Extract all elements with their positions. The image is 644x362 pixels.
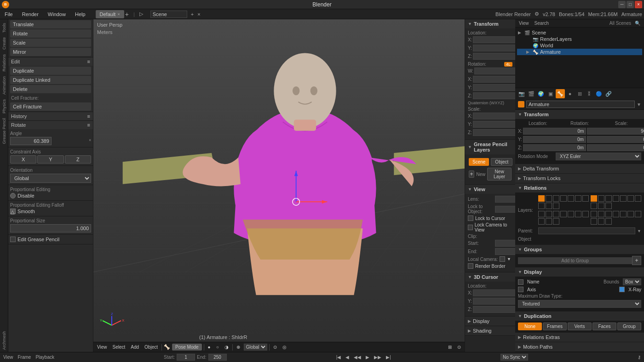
end-frame-input[interactable] bbox=[208, 354, 227, 361]
layer-r19[interactable] bbox=[598, 218, 604, 225]
parent-browse[interactable]: ▼ bbox=[637, 229, 641, 233]
loc-x-input[interactable] bbox=[473, 36, 515, 43]
render-props-icon[interactable]: 📷 bbox=[517, 89, 526, 98]
transform-header[interactable]: ▼ Transform bbox=[465, 19, 515, 28]
shading-collapsed-header[interactable]: ▶ Shading bbox=[465, 326, 515, 335]
relations-extras-header[interactable]: ▶ Relations Extras bbox=[515, 333, 644, 342]
rot-w-input[interactable] bbox=[474, 68, 515, 74]
arm-rot-y-input[interactable] bbox=[587, 136, 644, 143]
history-section-header[interactable]: History ≡ bbox=[8, 112, 93, 120]
cursor-x-input[interactable] bbox=[473, 289, 515, 296]
viewport-overlay-button[interactable]: ⊞ bbox=[446, 344, 454, 350]
dup-group-button[interactable]: Group bbox=[617, 322, 641, 330]
layer-9[interactable] bbox=[546, 203, 552, 209]
next-frame-button[interactable]: ▶▶ bbox=[373, 354, 383, 360]
viewport-shading-wire[interactable]: ○ bbox=[214, 344, 221, 350]
vert-tab-archmesh[interactable]: Archmesh bbox=[1, 329, 7, 352]
object-data-props-icon[interactable]: 🦴 bbox=[556, 89, 565, 98]
rot-y-input[interactable] bbox=[473, 84, 515, 91]
vert-tab-grease-pencil[interactable]: Grease Pencil bbox=[1, 116, 7, 146]
armature-item[interactable]: ▶ 🦴 Armature bbox=[517, 49, 642, 55]
display-axis-checkbox[interactable] bbox=[518, 287, 523, 292]
layer-r16[interactable] bbox=[627, 211, 634, 217]
delta-transform-header[interactable]: ▶ Delta Transform bbox=[515, 164, 644, 173]
layer-12[interactable] bbox=[546, 211, 552, 217]
layer-20[interactable] bbox=[553, 218, 559, 225]
rot-z-input[interactable] bbox=[473, 92, 515, 99]
add-group-plus[interactable]: + bbox=[632, 256, 641, 265]
layer-18[interactable] bbox=[538, 218, 545, 225]
world-props-icon[interactable]: 🌍 bbox=[536, 89, 546, 98]
timeline-playback-button[interactable]: Playback bbox=[34, 354, 56, 360]
viewport-3d[interactable]: X Y Z User Persp Meters (1) Armature : S… bbox=[93, 19, 465, 352]
scene-item[interactable]: ▶ 🎬 Scene bbox=[517, 29, 642, 36]
vert-tab-relations[interactable]: Relations bbox=[1, 52, 7, 74]
display-collapsed-header[interactable]: ▶ Display bbox=[465, 317, 515, 326]
layer-r8[interactable] bbox=[591, 203, 597, 209]
particles-props-icon[interactable]: ⁑ bbox=[585, 89, 594, 98]
view-menu-button[interactable]: View bbox=[95, 344, 109, 350]
maximize-button[interactable]: □ bbox=[627, 1, 634, 8]
layer-r3[interactable] bbox=[605, 195, 612, 202]
layer-r17[interactable] bbox=[635, 211, 641, 217]
close-scene-button[interactable]: × bbox=[197, 11, 200, 17]
display-xray-checkbox[interactable] bbox=[619, 287, 625, 292]
relations-header[interactable]: ▼ Relations bbox=[515, 183, 644, 192]
axis-z-button[interactable]: Z bbox=[65, 155, 91, 164]
dup-none-button[interactable]: None bbox=[518, 322, 542, 330]
add-workspace-button[interactable]: + bbox=[125, 11, 129, 18]
add-scene-button[interactable]: + bbox=[191, 11, 194, 17]
search-outliner-button[interactable]: Search bbox=[533, 20, 551, 26]
draw-type-select[interactable]: Textured bbox=[518, 300, 641, 308]
viewport-shading-solid[interactable]: ● bbox=[206, 344, 213, 350]
add-to-group-button[interactable]: Add to Group bbox=[518, 257, 632, 264]
layer-7[interactable] bbox=[582, 195, 589, 202]
layer-5[interactable] bbox=[568, 195, 574, 202]
layer-r20[interactable] bbox=[605, 218, 612, 225]
cursor-z-input[interactable] bbox=[473, 306, 515, 313]
menu-help[interactable]: Help bbox=[72, 11, 88, 18]
object-menu-button[interactable]: Object bbox=[143, 344, 160, 350]
workspace-tab-close[interactable]: × bbox=[117, 12, 120, 17]
parent-input[interactable] bbox=[538, 227, 635, 234]
vert-tab-tools[interactable]: Tools bbox=[1, 21, 7, 34]
layer-19[interactable] bbox=[546, 218, 552, 225]
gp-object-button[interactable]: Object bbox=[491, 158, 512, 166]
layer-r13[interactable] bbox=[605, 211, 612, 217]
cell-fracture-button[interactable]: Cell Fracture bbox=[10, 102, 91, 111]
minimize-button[interactable]: ─ bbox=[618, 1, 626, 8]
layer-8[interactable] bbox=[538, 203, 545, 209]
layer-14[interactable] bbox=[560, 211, 567, 217]
view-outliner-button[interactable]: View bbox=[517, 20, 531, 26]
arm-loc-z-input[interactable] bbox=[523, 144, 586, 151]
menu-file[interactable]: File bbox=[2, 11, 16, 18]
layer-r15[interactable] bbox=[620, 211, 627, 217]
layer-2[interactable] bbox=[546, 195, 552, 202]
scale-y-input[interactable] bbox=[473, 121, 515, 128]
display-header[interactable]: ▼ Display bbox=[515, 267, 644, 277]
motion-paths-header[interactable]: ▶ Motion Paths bbox=[515, 342, 644, 351]
add-menu-button[interactable]: Add bbox=[129, 344, 141, 350]
jump-end-button[interactable]: ▶| bbox=[385, 354, 392, 360]
arm-loc-y-input[interactable] bbox=[523, 136, 586, 143]
viewport-shading-rendered[interactable]: ◑ bbox=[223, 344, 230, 350]
vert-tab-misc[interactable] bbox=[3, 325, 5, 328]
keying-set-button[interactable]: ⚷ bbox=[636, 354, 642, 360]
layer-r7[interactable] bbox=[635, 195, 641, 202]
scale-button[interactable]: Scale bbox=[10, 39, 91, 47]
gp-new-layer-button[interactable]: New Layer bbox=[487, 168, 512, 181]
transform-locks-header[interactable]: ▶ Transform Locks bbox=[515, 174, 644, 183]
layer-1[interactable] bbox=[538, 195, 545, 202]
scene-props-icon[interactable]: 🎬 bbox=[527, 89, 536, 98]
rotation-badge[interactable]: 4L bbox=[504, 62, 512, 67]
gp-add-button[interactable]: + bbox=[469, 170, 474, 178]
loc-z-input[interactable] bbox=[473, 53, 515, 60]
scene-input[interactable] bbox=[150, 11, 187, 18]
arm-loc-x-input[interactable] bbox=[523, 128, 586, 135]
start-frame-input[interactable] bbox=[177, 354, 195, 361]
layer-r14[interactable] bbox=[613, 211, 619, 217]
edit-section-header[interactable]: Edit ≡ bbox=[8, 57, 93, 66]
armature-name-browse[interactable]: ▼ bbox=[637, 102, 641, 107]
duplicate-button[interactable]: Duplicate bbox=[10, 67, 91, 75]
menu-render[interactable]: Render bbox=[19, 11, 41, 18]
